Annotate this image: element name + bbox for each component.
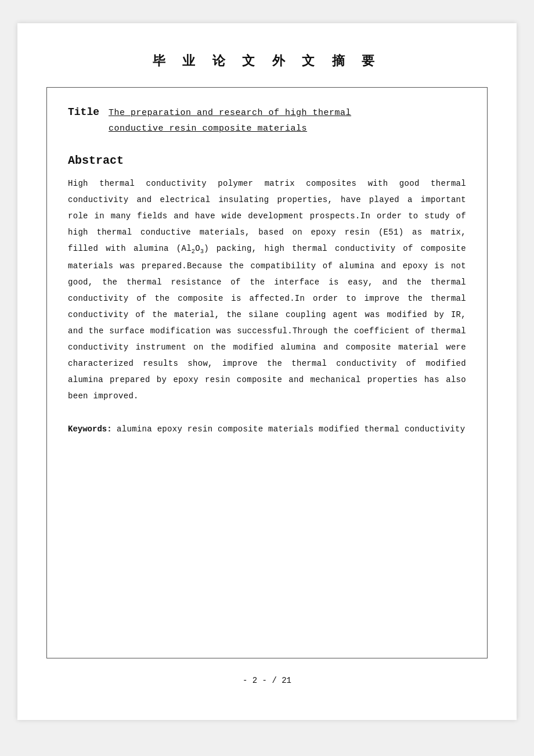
page-footer: - 2 - / 21 <box>243 676 291 685</box>
page-container: 毕 业 论 文 外 文 摘 要 Title The preparation an… <box>17 23 517 720</box>
title-text: The preparation and research of high the… <box>109 105 351 136</box>
abstract-body: High thermal conductivity polymer matrix… <box>68 175 466 404</box>
title-label: Title <box>68 106 99 118</box>
title-section: Title The preparation and research of hi… <box>68 105 466 136</box>
title-line: Title The preparation and research of hi… <box>68 105 466 136</box>
keywords-label: Keywords: <box>68 424 112 434</box>
content-box: Title The preparation and research of hi… <box>46 87 488 658</box>
page-title: 毕 业 论 文 外 文 摘 要 <box>153 52 382 70</box>
abstract-heading: Abstract <box>68 154 466 167</box>
keywords-text: alumina epoxy resin composite materials … <box>117 424 465 434</box>
keywords-section: Keywords: alumina epoxy resin composite … <box>68 422 466 437</box>
